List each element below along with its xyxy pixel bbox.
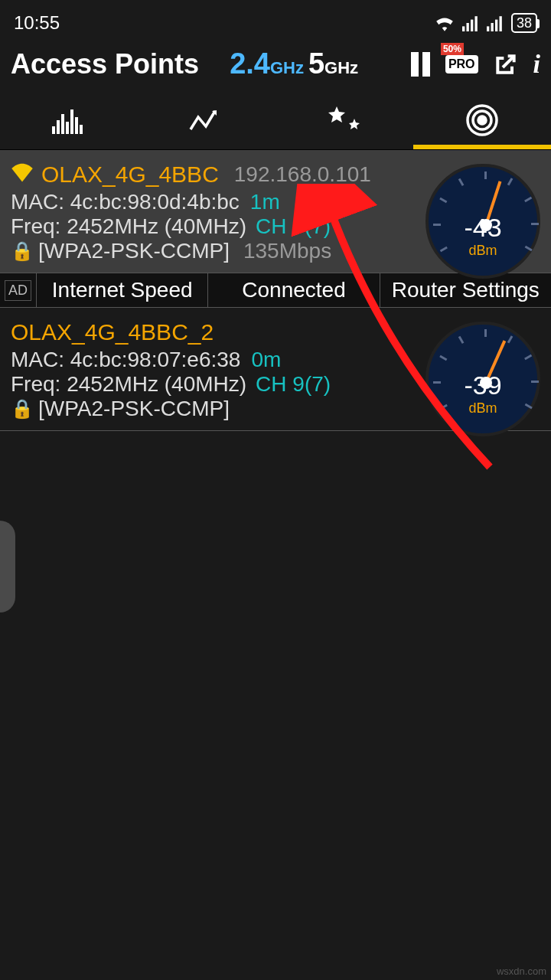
ad-link-connected[interactable]: Connected [207,273,379,307]
svg-rect-9 [57,120,60,134]
svg-rect-6 [495,20,497,31]
status-right: 38 [435,13,537,33]
band5-num: 5 [308,47,324,80]
band5-unit: GHz [324,58,358,77]
freq-value: 2452MHz (40MHz) [67,372,246,396]
svg-rect-5 [491,23,493,31]
app-header: Access Points 2.4GHz 5GHz PRO i [0,43,551,91]
svg-rect-12 [70,109,73,134]
svg-rect-2 [471,20,473,31]
svg-rect-7 [499,16,501,31]
ad-tag: AD [5,280,31,301]
channel: CH 9(7) [256,372,331,396]
info-icon[interactable]: i [533,50,540,79]
lock-icon: 🔒 [11,398,34,420]
signal-gauge: -39 dBm [425,322,540,436]
ad-link-speed[interactable]: Internet Speed [36,273,207,307]
signal-icon-2 [487,15,504,31]
svg-rect-3 [474,16,477,31]
ap-item-connected[interactable]: OLAX_4G_4BBC 192.168.0.101 MAC: 4c:bc:98… [0,150,551,273]
tab-bar [0,91,551,150]
band24-unit: GHz [270,58,304,77]
tab-rating[interactable] [276,91,413,149]
freq-label: Freq: [11,372,67,396]
ad-row[interactable]: AD Internet Speed Connected Router Setti… [0,273,551,308]
status-bar: 10:55 38 [0,0,551,43]
mac-value: 4c:bc:98:07:e6:38 [70,348,241,371]
clock: 10:55 [14,12,60,34]
freq-label: Freq: [11,214,67,238]
lock-icon: 🔒 [11,240,34,262]
pause-icon[interactable] [411,52,430,77]
wifi-icon [435,15,455,31]
mac-value: 4c:bc:98:0d:4b:bc [70,190,240,214]
svg-rect-4 [487,26,489,31]
signal-icon [462,15,479,31]
ap-ssid: OLAX_4G_4BBC_2 [11,317,214,348]
mac-label: MAC: [11,348,70,371]
share-icon[interactable] [494,52,518,77]
svg-rect-10 [61,114,64,134]
band-24ghz[interactable]: 2.4GHz [230,47,304,80]
mac-label: MAC: [11,190,70,214]
signal-gauge: -43 dBm [425,164,540,279]
ap-ip: 192.168.0.101 [234,159,371,190]
edge-handle [0,521,15,612]
channel: CH 9(7) [256,214,331,238]
tab-time-graph[interactable] [138,91,276,149]
page-title: Access Points [11,48,199,80]
tab-channel-graph[interactable] [0,91,138,149]
svg-rect-14 [80,125,83,134]
ad-link-router[interactable]: Router Settings [380,273,551,307]
security: [WPA2-PSK-CCMP] [38,397,230,421]
tab-access-points[interactable] [413,91,551,149]
svg-point-15 [478,116,486,124]
distance: 0m [251,348,281,371]
freq-value: 2452MHz (40MHz) [67,214,246,238]
link-rate: 135Mbps [243,239,331,263]
distance: 1m [250,190,280,214]
svg-rect-8 [52,126,55,134]
band-selector[interactable]: 2.4GHz 5GHz [230,47,358,80]
svg-rect-11 [66,122,69,134]
band24-num: 2.4 [230,47,270,80]
battery-icon: 38 [511,13,537,33]
wifi-connected-icon [11,159,34,190]
svg-rect-13 [75,117,78,134]
security: [WPA2-PSK-CCMP] [38,239,230,263]
svg-rect-1 [466,23,468,31]
pro-badge[interactable]: PRO [445,55,478,74]
ap-ssid: OLAX_4G_4BBC [41,159,219,190]
watermark: wsxdn.com [497,965,546,977]
band-5ghz[interactable]: 5GHz [308,47,358,80]
svg-rect-0 [462,26,465,31]
ap-item[interactable]: OLAX_4G_4BBC_2 MAC: 4c:bc:98:07:e6:380m … [0,308,551,431]
